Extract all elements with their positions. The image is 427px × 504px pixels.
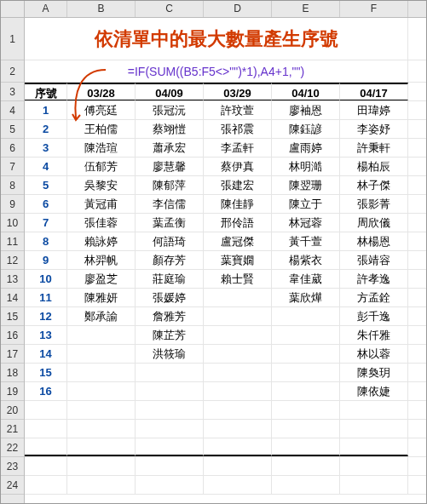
data-cell[interactable]: 李信儒: [136, 195, 204, 213]
data-cell[interactable]: 陳立于: [272, 195, 340, 213]
data-cell[interactable]: 許秉軒: [340, 139, 408, 157]
data-cell[interactable]: [272, 382, 340, 400]
row-header[interactable]: 13: [1, 270, 24, 289]
row-header[interactable]: 22: [1, 438, 24, 457]
data-cell[interactable]: 葉寶嫺: [204, 251, 272, 269]
data-cell[interactable]: 林明澔: [272, 158, 340, 175]
data-cell[interactable]: 蕭承宏: [136, 139, 204, 157]
data-cell[interactable]: [204, 345, 272, 363]
data-cell[interactable]: [204, 364, 272, 381]
header-col-c[interactable]: 04/09: [136, 83, 204, 100]
row-header[interactable]: 20: [1, 401, 24, 420]
col-header-e[interactable]: E: [272, 1, 340, 17]
row-header[interactable]: 23: [1, 457, 24, 476]
seq-cell[interactable]: 15: [25, 364, 67, 381]
seq-cell[interactable]: 6: [25, 195, 67, 213]
data-cell[interactable]: [67, 382, 136, 400]
data-cell[interactable]: 洪筱瑜: [136, 345, 204, 363]
data-cell[interactable]: 朱仟雅: [340, 326, 408, 344]
data-cell[interactable]: 蔡翊愷: [136, 120, 204, 138]
data-cell[interactable]: [272, 307, 340, 325]
row-header[interactable]: 12: [1, 251, 24, 270]
seq-cell[interactable]: 5: [25, 176, 67, 194]
data-cell[interactable]: 王柏儒: [67, 120, 136, 138]
data-cell[interactable]: 林冠蓉: [272, 214, 340, 232]
col-header-c[interactable]: C: [136, 1, 204, 17]
header-col-b[interactable]: 03/28: [67, 83, 136, 100]
data-cell[interactable]: 廖盈芝: [67, 270, 136, 288]
data-cell[interactable]: 陳鈺諺: [272, 120, 340, 138]
data-cell[interactable]: 韋佳葳: [272, 270, 340, 288]
row-header[interactable]: 1: [1, 18, 24, 60]
data-cell[interactable]: 葉孟衡: [136, 214, 204, 232]
row-header[interactable]: 11: [1, 232, 24, 251]
data-cell[interactable]: [67, 326, 136, 344]
data-cell[interactable]: 方孟銓: [340, 289, 408, 306]
row-header[interactable]: 6: [1, 139, 24, 158]
data-cell[interactable]: 陳芷芳: [136, 326, 204, 344]
data-cell[interactable]: [272, 364, 340, 381]
data-cell[interactable]: 莊庭瑜: [136, 270, 204, 288]
data-cell[interactable]: 吳黎安: [67, 176, 136, 194]
data-cell[interactable]: 盧雨婷: [272, 139, 340, 157]
data-cell[interactable]: 林羿帆: [67, 251, 136, 269]
seq-cell[interactable]: 3: [25, 139, 67, 157]
data-cell[interactable]: 楊柏辰: [340, 158, 408, 175]
data-cell[interactable]: 陳佳靜: [204, 195, 272, 213]
data-cell[interactable]: 陳奐玥: [340, 364, 408, 381]
data-cell[interactable]: 許孝逸: [340, 270, 408, 288]
seq-cell[interactable]: 1: [25, 101, 67, 119]
data-cell[interactable]: [204, 289, 272, 306]
data-cell[interactable]: [272, 345, 340, 363]
seq-cell[interactable]: 14: [25, 345, 67, 363]
row-header[interactable]: 15: [1, 307, 24, 326]
seq-cell[interactable]: 4: [25, 158, 67, 175]
row-header[interactable]: 9: [1, 195, 24, 214]
data-cell[interactable]: 詹雅芳: [136, 307, 204, 325]
data-cell[interactable]: 楊紫衣: [272, 251, 340, 269]
data-cell[interactable]: 蔡伊真: [204, 158, 272, 175]
data-cell[interactable]: 傅亮廷: [67, 101, 136, 119]
data-cell[interactable]: 李孟軒: [204, 139, 272, 157]
row-header[interactable]: 3: [1, 83, 24, 101]
data-cell[interactable]: 李姿妤: [340, 120, 408, 138]
data-cell[interactable]: 張佳蓉: [67, 214, 136, 232]
data-cell[interactable]: [204, 326, 272, 344]
data-cell[interactable]: [272, 326, 340, 344]
data-cell[interactable]: 盧冠傑: [204, 232, 272, 250]
seq-cell[interactable]: 16: [25, 382, 67, 400]
row-header[interactable]: 21: [1, 420, 24, 438]
data-cell[interactable]: 張祁震: [204, 120, 272, 138]
data-cell[interactable]: [204, 307, 272, 325]
data-cell[interactable]: 許玟萱: [204, 101, 272, 119]
col-header-a[interactable]: A: [25, 1, 67, 17]
col-header-b[interactable]: B: [67, 1, 136, 17]
select-all-corner[interactable]: [1, 1, 25, 18]
data-cell[interactable]: [67, 345, 136, 363]
data-cell[interactable]: [136, 364, 204, 381]
col-header-d[interactable]: D: [204, 1, 272, 17]
data-cell[interactable]: 張建宏: [204, 176, 272, 194]
data-cell[interactable]: [67, 364, 136, 381]
data-cell[interactable]: 伍郁芳: [67, 158, 136, 175]
data-cell[interactable]: 林以蓉: [340, 345, 408, 363]
seq-cell[interactable]: 10: [25, 270, 67, 288]
data-cell[interactable]: 周欣儀: [340, 214, 408, 232]
data-cell[interactable]: 彭千逸: [340, 307, 408, 325]
seq-cell[interactable]: 12: [25, 307, 67, 325]
data-cell[interactable]: 賴士賢: [204, 270, 272, 288]
data-cell[interactable]: 葉欣燁: [272, 289, 340, 306]
data-cell[interactable]: 陳浩瑄: [67, 139, 136, 157]
row-header[interactable]: 4: [1, 101, 24, 120]
seq-cell[interactable]: 13: [25, 326, 67, 344]
data-cell[interactable]: 邢伶語: [204, 214, 272, 232]
seq-cell[interactable]: 9: [25, 251, 67, 269]
data-cell[interactable]: 陳依婕: [340, 382, 408, 400]
header-seq[interactable]: 序號: [25, 83, 67, 100]
data-cell[interactable]: 賴詠婷: [67, 232, 136, 250]
header-col-d[interactable]: 03/29: [204, 83, 272, 100]
seq-cell[interactable]: 11: [25, 289, 67, 306]
seq-cell[interactable]: 7: [25, 214, 67, 232]
data-cell[interactable]: 陳翌珊: [272, 176, 340, 194]
data-cell[interactable]: 林子傑: [340, 176, 408, 194]
